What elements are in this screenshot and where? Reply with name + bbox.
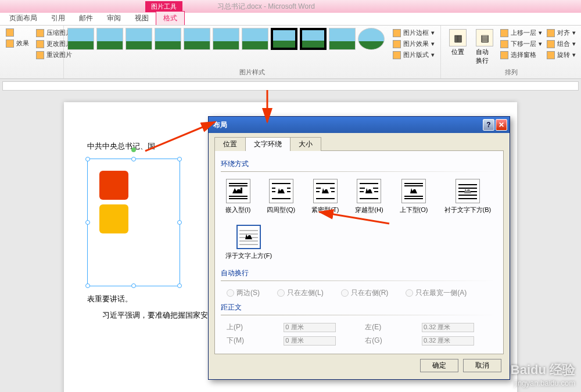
svg-rect-1 xyxy=(229,185,248,186)
svg-rect-0 xyxy=(229,183,248,184)
dialog-title: 布局 xyxy=(211,120,227,130)
document-title: 习总书记.docx - Microsoft Word xyxy=(217,2,315,12)
svg-rect-5 xyxy=(272,183,290,184)
autowrap-radios: 两边(S) 只在左侧(L) 只在右侧(R) 只在最宽一侧(A) xyxy=(221,286,497,300)
dist-top-input[interactable] xyxy=(284,323,336,332)
style-thumb[interactable] xyxy=(125,28,152,50)
style-gallery[interactable] xyxy=(67,28,385,50)
group-icon xyxy=(547,40,555,48)
resize-handle[interactable] xyxy=(177,157,182,161)
border-icon xyxy=(393,29,401,37)
dist-left-label: 左(E) xyxy=(365,322,410,332)
style-thumb[interactable] xyxy=(242,28,268,50)
style-thumb[interactable] xyxy=(96,28,123,50)
ribbon-group-styles: 图片边框 ▾ 图片效果 ▾ 图片版式 ▾ 图片样式 xyxy=(64,26,441,78)
resize-handle[interactable] xyxy=(131,283,136,288)
svg-rect-15 xyxy=(330,188,335,189)
picture-layout-button[interactable]: 图片版式 ▾ xyxy=(390,50,437,60)
align-button[interactable]: 对齐 ▾ xyxy=(544,28,578,38)
wrap-front-option[interactable] xyxy=(236,225,261,249)
dialog-help-button[interactable]: ? xyxy=(483,119,494,131)
radio-largest[interactable]: 只在最宽一侧(A) xyxy=(406,288,467,298)
distance-grid: 上(P) 左(E) 下(M) 右(G) xyxy=(221,320,497,348)
style-thumb[interactable] xyxy=(67,28,94,50)
resize-handle[interactable] xyxy=(177,220,182,225)
resize-handle[interactable] xyxy=(177,283,182,288)
resize-handle[interactable] xyxy=(85,283,90,288)
dist-right-input[interactable] xyxy=(422,336,474,346)
wrap-options: 嵌入型(I) 四周型(Q) 紧密型(T) 穿越型(H) 上下型(O) 衬于文字下… xyxy=(221,177,497,266)
svg-rect-26 xyxy=(404,198,423,199)
layout-icon xyxy=(393,51,401,59)
style-thumb[interactable] xyxy=(300,28,327,50)
ruler[interactable] xyxy=(2,81,579,91)
selection-pane-button[interactable]: 选择窗格 xyxy=(498,50,544,60)
tab-mailings[interactable]: 邮件 xyxy=(72,12,100,25)
wrap-square-option[interactable] xyxy=(269,179,293,203)
svg-rect-10 xyxy=(287,191,290,192)
dialog-close-button[interactable]: ✕ xyxy=(496,119,507,131)
wrap-through-option[interactable] xyxy=(357,179,381,203)
tab-review[interactable]: 审阅 xyxy=(100,12,128,25)
style-thumb[interactable] xyxy=(213,28,239,50)
svg-rect-13 xyxy=(316,188,321,189)
dist-bottom-input[interactable] xyxy=(284,336,336,346)
style-thumb[interactable] xyxy=(329,28,356,50)
tab-format[interactable]: 格式 xyxy=(156,11,185,25)
wrap-topbottom-option[interactable] xyxy=(401,179,426,203)
forward-icon xyxy=(500,29,508,37)
radio-right[interactable]: 只在右侧(R) xyxy=(341,288,389,298)
svg-rect-31 xyxy=(458,198,477,199)
dialog-tab-position[interactable]: 位置 xyxy=(214,137,246,151)
effects-button[interactable]: 效果 xyxy=(3,38,31,48)
svg-rect-27 xyxy=(458,184,477,185)
cancel-button[interactable]: 取消 xyxy=(463,359,501,372)
radio-left[interactable]: 只在左侧(L) xyxy=(277,288,324,298)
style-thumb[interactable] xyxy=(358,28,385,50)
tab-view[interactable]: 视图 xyxy=(128,12,156,25)
picture-effects-button[interactable]: 图片效果 ▾ xyxy=(390,39,437,49)
position-button[interactable]: ▦位置 xyxy=(444,28,471,57)
group-label-styles: 图片样式 xyxy=(67,67,437,77)
style-thumb[interactable] xyxy=(155,28,181,50)
watermark: Baidu 经验 jingyan.baidu.com xyxy=(511,361,575,387)
dist-left-input[interactable] xyxy=(422,323,474,332)
position-icon: ▦ xyxy=(449,29,467,46)
ribbon-tabs: 页面布局 引用 邮件 审阅 视图 格式 xyxy=(0,13,581,26)
window-titlebar: 图片工具 习总书记.docx - Microsoft Word xyxy=(0,0,581,13)
dialog-tab-size[interactable]: 大小 xyxy=(290,137,321,151)
svg-rect-23 xyxy=(404,183,423,184)
send-backward-button[interactable]: 下移一层 ▾ xyxy=(498,39,544,49)
tab-references[interactable]: 引用 xyxy=(44,12,72,25)
bring-forward-button[interactable]: 上移一层 ▾ xyxy=(498,28,544,38)
style-thumb[interactable] xyxy=(271,28,297,50)
rotate-button[interactable]: 旋转 ▾ xyxy=(544,50,578,60)
svg-rect-22 xyxy=(374,191,378,192)
svg-rect-21 xyxy=(373,188,378,189)
svg-rect-17 xyxy=(360,183,378,184)
tab-page-layout[interactable]: 页面布局 xyxy=(2,12,44,25)
svg-rect-19 xyxy=(360,188,365,189)
ribbon-group-adjust: 效果 压缩图片 更改图片 重设图片 xyxy=(0,26,64,78)
wrap-behind-option[interactable] xyxy=(456,179,480,203)
selected-image[interactable] xyxy=(87,159,180,286)
svg-rect-3 xyxy=(229,198,248,199)
picture-border-button[interactable]: 图片边框 ▾ xyxy=(390,28,437,38)
svg-rect-28 xyxy=(458,188,477,189)
dialog-titlebar[interactable]: 布局 ? ✕ xyxy=(209,117,510,133)
ribbon-group-arrange: ▦位置 ▤自动换行 上移一层 ▾ 下移一层 ▾ 选择窗格 对齐 ▾ 组合 ▾ 旋… xyxy=(441,26,581,78)
dist-right-label: 右(G) xyxy=(365,336,410,346)
wrap-tight-option[interactable] xyxy=(313,179,338,203)
ok-button[interactable]: 确定 xyxy=(420,359,458,372)
radio-both[interactable]: 两边(S) xyxy=(227,288,260,298)
wrap-button[interactable]: ▤自动换行 xyxy=(471,28,498,66)
style-thumb[interactable] xyxy=(184,28,210,50)
layout-dialog: 布局 ? ✕ 位置 文字环绕 大小 环绕方式 嵌入型(I) 四周型(Q) 紧密型… xyxy=(208,116,510,380)
wrap-inline-option[interactable] xyxy=(226,179,250,203)
group-button[interactable]: 组合 ▾ xyxy=(544,39,578,49)
correction-button[interactable] xyxy=(3,28,31,37)
svg-rect-11 xyxy=(316,183,335,184)
distance-section-label: 距正文 xyxy=(221,303,497,312)
image-content xyxy=(88,159,180,247)
dialog-tab-wrap[interactable]: 文字环绕 xyxy=(245,137,290,151)
